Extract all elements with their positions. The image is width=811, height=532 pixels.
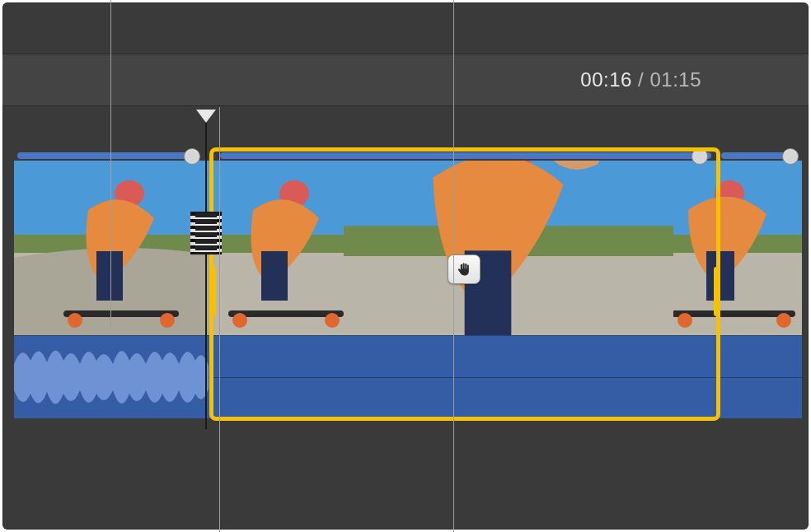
callout-line	[453, 0, 454, 532]
toolbar-strip: 00:16 / 01:15	[2, 54, 809, 106]
hand-stop-icon	[456, 260, 472, 278]
svg-point-15	[325, 313, 340, 328]
audio-waveform	[14, 377, 802, 418]
svg-point-6	[68, 313, 82, 328]
speed-segment[interactable]	[17, 152, 197, 159]
speed-handle[interactable]	[782, 148, 799, 165]
callout-line	[219, 107, 220, 532]
clip-thumbnail[interactable]	[212, 161, 344, 335]
clip-thumbnail-track[interactable]	[14, 161, 802, 335]
clip-thumbnail[interactable]	[673, 161, 802, 335]
timecode-total: 01:15	[649, 68, 701, 91]
svg-point-32	[776, 313, 791, 328]
callout-line	[110, 0, 111, 328]
speed-handle[interactable]	[184, 148, 200, 165]
clip-thumbnail[interactable]	[344, 161, 673, 335]
timecode-sep: /	[632, 68, 650, 91]
svg-point-14	[232, 313, 247, 328]
speed-handle[interactable]	[691, 148, 708, 165]
timecode-display: 00:16 / 01:15	[580, 68, 701, 91]
freeze-frame-badge[interactable]	[448, 254, 481, 284]
audio-track[interactable]	[14, 335, 802, 418]
playhead-marker-icon	[196, 110, 216, 123]
editor-panel: 00:16 / 01:15	[2, 2, 809, 530]
svg-rect-30	[673, 310, 795, 317]
playhead[interactable]	[205, 110, 207, 429]
svg-point-31	[677, 313, 692, 328]
speed-segment[interactable]	[220, 152, 711, 159]
svg-rect-4	[96, 251, 123, 301]
svg-point-7	[160, 313, 175, 328]
filmstrip-icon	[190, 212, 222, 254]
svg-rect-29	[706, 251, 734, 301]
svg-rect-12	[261, 251, 288, 301]
timeline[interactable]	[14, 147, 802, 418]
timecode-current: 00:16	[580, 68, 632, 91]
clip-thumbnail[interactable]	[14, 161, 212, 335]
audio-waveform	[14, 336, 802, 377]
